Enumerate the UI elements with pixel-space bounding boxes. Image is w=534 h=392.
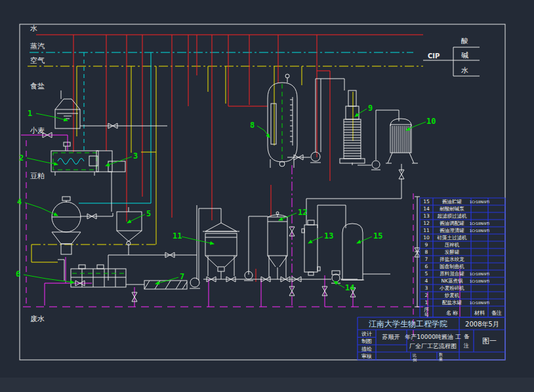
table-cell-no: 8 xyxy=(425,249,428,255)
figure-number: 图一 xyxy=(482,337,497,345)
table-cell-name: 小麦粉碎机 xyxy=(439,285,464,291)
callout-13: 13 xyxy=(324,231,333,241)
table-cell-no: 12 xyxy=(423,220,430,226)
table-header-name: 名 称 xyxy=(446,310,459,316)
bottom-strip xyxy=(0,378,534,392)
table-cell-no: 10 xyxy=(423,235,430,241)
table-header-notes: 备注 xyxy=(491,310,502,316)
role-review: 审核 xyxy=(361,353,372,359)
callout-5: 5 xyxy=(146,209,151,218)
wastewater-label: 废水 xyxy=(30,315,45,323)
stream-label-water: 水 xyxy=(30,24,37,33)
table-cell-material: 1Cr18Ni9Ti xyxy=(470,279,490,283)
table-cell-name: 发酵罐 xyxy=(445,249,460,255)
soybean-meal-label: 豆粕 xyxy=(30,172,45,180)
table-cell-no: 5 xyxy=(425,271,428,277)
table-cell-name: 原料混合罐 xyxy=(440,271,464,277)
table-cell-no: 11 xyxy=(423,227,430,233)
table-cell-name: 酱油贮罐 xyxy=(442,199,462,205)
stream-label-steam: 蒸汽 xyxy=(30,42,45,50)
callout-3: 3 xyxy=(133,151,138,161)
table-cell-no: 3 xyxy=(425,285,428,291)
date-label: 2008年5月 xyxy=(465,321,499,328)
callout-2: 2 xyxy=(19,153,24,163)
callout-15: 15 xyxy=(373,231,382,241)
cad-flow-diagram: 水 蒸汽 空气 CIP 酸 碱 水 食盐 小麦 豆粕 废水 xyxy=(0,0,534,392)
table-cell-name: NK蒸煮锅 xyxy=(441,278,462,284)
table-cell-no: 2 xyxy=(425,292,428,298)
table-cell-name: 硅藻土过滤机 xyxy=(437,235,468,241)
table-cell-material: 1Cr18Ni9Ti xyxy=(470,222,490,225)
designer-name: 苏顺开 xyxy=(382,334,400,340)
project-title-line2: 厂全厂工艺流程图 xyxy=(409,343,457,349)
callout-11: 11 xyxy=(173,231,182,241)
role-design: 设计 xyxy=(361,331,372,337)
table-cell-name: 配盐水罐 xyxy=(442,300,462,305)
cip-label: CIP xyxy=(428,52,440,60)
project-title-line1: 年产10000吨酱油 工 xyxy=(405,334,461,340)
table-cell-no: 1 xyxy=(425,300,428,305)
table-cell-no: 7 xyxy=(425,256,428,262)
table-cell-name: 圆盘制曲机 xyxy=(440,264,464,269)
callout-7: 7 xyxy=(180,272,184,281)
table-cell-no: 15 xyxy=(423,199,430,205)
callout-6: 6 xyxy=(16,269,20,279)
table-cell-no: 14 xyxy=(423,206,430,212)
table-cell-name: 酱油调配罐 xyxy=(440,220,464,226)
table-cell-name: 耐酸耐碱泵 xyxy=(440,206,464,212)
callout-8: 8 xyxy=(250,121,255,130)
table-cell-material: 1Cr18Ni9Ti xyxy=(470,200,490,204)
table-cell-no: 6 xyxy=(425,264,428,269)
table-header-material: 材料 xyxy=(474,310,485,316)
table-cell-name: 炒麦机 xyxy=(444,292,460,298)
table-cell-material: 1Cr18Ni9Ti xyxy=(470,229,490,233)
table-cell-no: 4 xyxy=(425,278,428,284)
callout-1: 1 xyxy=(28,109,32,118)
callout-14: 14 xyxy=(345,283,354,292)
notes-label: 注 xyxy=(463,343,469,349)
stream-label-air: 空气 xyxy=(30,56,45,65)
scale-label: 例 xyxy=(413,357,417,363)
callout-9: 9 xyxy=(368,104,373,113)
table-cell-name: 超滤膜过滤机 xyxy=(438,213,468,219)
acid-label: 酸 xyxy=(461,37,468,45)
quantity-label: 量 xyxy=(439,357,443,361)
role-drafting: 制图 xyxy=(361,338,372,344)
notes-label: 备 xyxy=(464,334,470,340)
callout-12: 12 xyxy=(298,208,307,217)
salt-label: 食盐 xyxy=(30,82,45,90)
table-cell-material: 1Cr18Ni9Ti xyxy=(470,272,490,276)
table-cell-name: 拌盐水绞龙 xyxy=(440,256,464,262)
alkali-label: 碱 xyxy=(461,51,468,60)
table-cell-name: 压榨机 xyxy=(445,242,460,248)
callout-4: 4 xyxy=(17,197,22,206)
institution-title: 江南大学生物工程学院 xyxy=(369,319,447,328)
table-cell-material: 1Cr18Ni9Ti xyxy=(470,301,490,305)
table-cell-no: 9 xyxy=(425,242,428,248)
table-cell-name: 酱油澄清罐 xyxy=(440,227,464,233)
role-tracing: 描绘 xyxy=(361,346,372,352)
cip-water-label: 水 xyxy=(461,66,468,75)
table-cell-no: 13 xyxy=(423,213,430,219)
callout-10: 10 xyxy=(426,117,436,126)
